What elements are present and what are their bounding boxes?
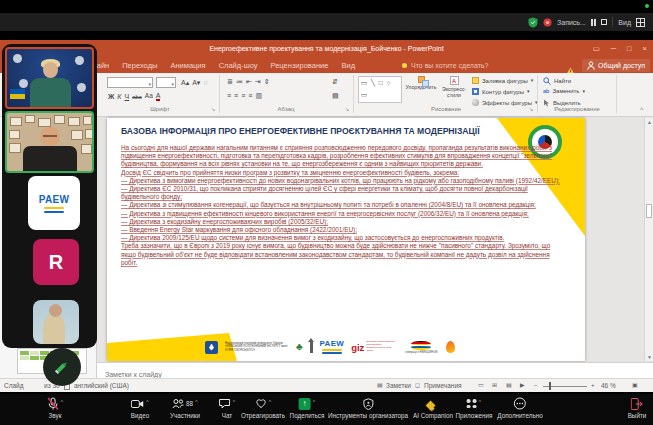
language-label[interactable]: английский (США) bbox=[74, 379, 129, 392]
font-size-combobox[interactable]: ▾ bbox=[156, 77, 176, 88]
replace-button[interactable]: ab Заменить▾ bbox=[543, 88, 585, 94]
participant-tile-avatar[interactable] bbox=[33, 300, 79, 344]
view-grid-icon[interactable] bbox=[636, 18, 645, 27]
slide-sorter-icon[interactable]: ⊞ bbox=[492, 379, 497, 392]
align-right-icon[interactable]: ≡ bbox=[241, 92, 245, 99]
find-button[interactable]: Найти bbox=[543, 77, 571, 85]
tab-review[interactable]: Рецензирование bbox=[271, 61, 329, 70]
normal-view-icon[interactable]: ▭ bbox=[478, 379, 484, 392]
slide-body-textbox[interactable]: На сьогодні для нашої держави нагальним … bbox=[121, 144, 563, 267]
tab-view[interactable]: Вид bbox=[341, 61, 355, 70]
slide-scrollbar[interactable]: ▲ ▼ bbox=[644, 118, 653, 361]
more-button[interactable]: Дополнительно bbox=[497, 397, 542, 419]
stop-recording-button[interactable] bbox=[601, 19, 607, 25]
video-button[interactable]: ^ Видео bbox=[131, 397, 149, 419]
security-shield-icon[interactable] bbox=[528, 17, 538, 28]
zoom-out-icon[interactable]: − bbox=[534, 379, 538, 392]
restore-icon[interactable]: □ bbox=[627, 45, 632, 53]
participant-tile-paew[interactable]: PAEW bbox=[28, 176, 80, 230]
audio-button[interactable]: ^ Звук bbox=[47, 397, 64, 419]
shape-effects-button[interactable]: Эффекты фигуры▾ bbox=[472, 99, 538, 106]
notes-pane[interactable]: Заметки к слайду bbox=[97, 362, 653, 378]
leave-button[interactable]: Выйти bbox=[628, 397, 647, 419]
annotate-button[interactable] bbox=[43, 348, 81, 386]
share-chevron[interactable]: ^ bbox=[313, 399, 316, 405]
ai-companion-button[interactable]: AI Companion bbox=[413, 397, 453, 419]
align-left-icon[interactable]: ≡ bbox=[227, 92, 231, 99]
align-text-button[interactable]: ▤ bbox=[332, 92, 339, 99]
align-center-icon[interactable]: ≡ bbox=[234, 92, 238, 99]
participants-button[interactable]: 88 ^ Участники bbox=[170, 397, 200, 419]
video-panel[interactable]: PAEW R bbox=[2, 44, 97, 348]
zoom-in-icon[interactable]: + bbox=[591, 379, 595, 392]
decrease-indent-icon[interactable]: ⇤ bbox=[246, 78, 252, 85]
participants-chevron[interactable]: ^ bbox=[195, 399, 198, 405]
font-dialog-launcher[interactable]: ↘ bbox=[211, 106, 215, 112]
collapse-ribbon-icon[interactable]: ^ bbox=[640, 106, 643, 113]
quick-styles-button[interactable]: A Экспресс-стили bbox=[439, 76, 469, 98]
tell-me-box[interactable]: Что вы хотите сделать? bbox=[402, 58, 488, 73]
minimize-icon[interactable]: ─ bbox=[611, 45, 616, 53]
bold-button[interactable]: Ж bbox=[108, 93, 114, 100]
shrink-font-icon[interactable]: А▾ bbox=[192, 79, 200, 86]
close-icon[interactable]: × bbox=[643, 45, 647, 53]
apps-chevron[interactable]: ^ bbox=[479, 399, 482, 405]
slide-paragraph: — Директива зі стимулювання когенерації,… bbox=[121, 201, 563, 209]
ribbon-options-icon[interactable]: ▭ bbox=[593, 45, 600, 53]
chat-chevron[interactable]: ^ bbox=[233, 399, 236, 405]
paragraph-dialog-launcher[interactable]: ↘ bbox=[345, 106, 349, 112]
view-label[interactable]: Вид bbox=[618, 19, 631, 26]
slide-paragraph: — Введення Energy Star маркування для оф… bbox=[121, 226, 563, 234]
drawing-dialog-launcher[interactable]: ↘ bbox=[529, 106, 533, 112]
share-screen-button[interactable]: ↑ ^ Поделиться bbox=[290, 397, 325, 419]
slide[interactable]: БАЗОВА ІНФОРМАЦІЯ ПРО ЕНЕРГОЕФЕКТИВНЕ ПР… bbox=[107, 118, 585, 361]
line-spacing-icon[interactable]: ⇕ bbox=[264, 78, 270, 85]
arrange-button[interactable]: Упорядочить bbox=[406, 76, 436, 91]
font-color-button[interactable]: А bbox=[156, 92, 161, 101]
columns-icon[interactable]: ▥ bbox=[255, 92, 262, 99]
pause-recording-button[interactable] bbox=[591, 19, 597, 26]
notes-toggle[interactable]: Заметки bbox=[386, 379, 411, 392]
react-chevron[interactable]: ^ bbox=[269, 399, 272, 405]
ppt-titlebar[interactable]: Енергоефективне проектування та модерніз… bbox=[0, 40, 653, 58]
slideshow-icon[interactable]: ▶ bbox=[520, 379, 525, 392]
strikethrough-button[interactable]: abc bbox=[132, 94, 142, 100]
bullets-icon[interactable]: ≣ bbox=[227, 78, 233, 85]
underline-button[interactable]: Ч bbox=[124, 93, 129, 100]
scroll-down-icon[interactable]: ▼ bbox=[645, 353, 653, 361]
change-case-button[interactable]: Aa bbox=[145, 93, 153, 100]
chat-button[interactable]: ^ Чат bbox=[219, 397, 236, 419]
host-tools-button[interactable]: Инструменты организатора bbox=[328, 397, 408, 419]
share-document-button[interactable]: Общий доступ bbox=[582, 59, 650, 72]
increase-indent-icon[interactable]: ⇥ bbox=[255, 78, 261, 85]
tab-transitions[interactable]: Переходы bbox=[122, 61, 157, 70]
slide-title[interactable]: БАЗОВА ІНФОРМАЦІЯ ПРО ЕНЕРГОЕФЕКТИВНЕ ПР… bbox=[121, 126, 571, 136]
numbering-icon[interactable]: ≔ bbox=[236, 78, 243, 85]
comments-toggle[interactable]: Примечания bbox=[424, 379, 462, 392]
grow-font-icon[interactable]: А▴ bbox=[181, 79, 189, 86]
text-direction-button[interactable]: ⇵ bbox=[332, 78, 338, 85]
zoom-level[interactable]: 46 % bbox=[601, 379, 616, 392]
participant-tile-r[interactable]: R bbox=[33, 239, 79, 285]
audio-options-chevron[interactable]: ^ bbox=[61, 399, 64, 405]
zoom-slider-thumb[interactable] bbox=[549, 382, 551, 390]
slide-paragraph: На сьогодні для нашої держави нагальним … bbox=[121, 144, 563, 169]
italic-button[interactable]: К bbox=[117, 93, 121, 100]
react-button[interactable]: ^ Отреагировать bbox=[241, 397, 285, 419]
tab-slideshow[interactable]: Слайд-шоу bbox=[219, 61, 258, 70]
participant-video-2-active-speaker[interactable] bbox=[5, 111, 94, 173]
apps-button[interactable]: ^ Приложения bbox=[456, 397, 493, 419]
shapes-gallery[interactable]: ▭ ╲ □ ○ ▭△ ◇ ☆ ⇨ bbox=[358, 76, 402, 103]
shape-outline-button[interactable]: Контур фигуры▾ bbox=[472, 88, 529, 95]
participant-video-1[interactable] bbox=[5, 47, 94, 109]
video-options-chevron[interactable]: ^ bbox=[146, 399, 149, 405]
shape-fill-button[interactable]: Заливка фигуры▾ bbox=[472, 77, 533, 84]
scroll-up-icon[interactable]: ▲ bbox=[645, 118, 653, 126]
clear-format-icon[interactable]: ◌ bbox=[203, 79, 207, 86]
justify-icon[interactable]: ≡ bbox=[248, 92, 252, 99]
fit-slide-icon[interactable]: ▣ bbox=[632, 379, 638, 392]
reading-view-icon[interactable]: ▤ bbox=[506, 379, 512, 392]
tab-animations[interactable]: Анимация bbox=[170, 61, 205, 70]
scrollbar-thumb[interactable] bbox=[646, 204, 652, 218]
font-name-combobox[interactable]: ▾ bbox=[107, 77, 153, 88]
